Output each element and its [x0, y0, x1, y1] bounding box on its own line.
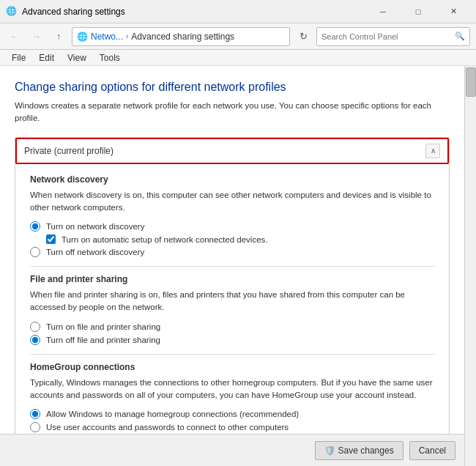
- nd-off-option[interactable]: Turn off network discovery: [30, 247, 434, 257]
- nd-off-label: Turn off network discovery: [46, 248, 144, 256]
- hg-allow-option[interactable]: Allow Windows to manage homegroup connec…: [30, 409, 434, 419]
- minimize-button[interactable]: ─: [366, 0, 400, 23]
- network-discovery-heading: Network discovery: [30, 174, 434, 185]
- search-input[interactable]: [321, 32, 452, 41]
- file-sharing-heading: File and printer sharing: [30, 274, 434, 284]
- close-button[interactable]: ✕: [436, 0, 470, 23]
- fs-off-label: Turn off file and printer sharing: [46, 336, 160, 344]
- private-profile-section: Private (current profile) ∧ Network disc…: [15, 137, 450, 450]
- fs-off-option[interactable]: Turn off file and printer sharing: [30, 335, 434, 345]
- section-content: Network discovery When network discovery…: [15, 164, 449, 449]
- breadcrumb: 🌐 Netwo... › Advanced sharing settings: [72, 27, 290, 46]
- shield-icon: 🛡️: [324, 445, 335, 456]
- divider-1: [30, 266, 434, 267]
- nd-off-radio[interactable]: [30, 247, 40, 257]
- homegroup-desc: Typically, Windows manages the connectio…: [30, 377, 434, 402]
- network-discovery-section: Network discovery When network discovery…: [30, 174, 434, 258]
- main-layout: Change sharing options for different net…: [0, 66, 476, 466]
- homegroup-options: Allow Windows to manage homegroup connec…: [30, 409, 434, 432]
- cancel-button[interactable]: Cancel: [409, 441, 455, 460]
- address-bar: ← → ↑ 🌐 Netwo... › Advanced sharing sett…: [0, 23, 476, 50]
- back-button[interactable]: ←: [6, 28, 23, 45]
- menu-edit[interactable]: Edit: [33, 51, 60, 64]
- page-title: Change sharing options for different net…: [15, 81, 450, 94]
- homegroup-heading: HomeGroup connections: [30, 362, 434, 372]
- forward-button[interactable]: →: [28, 28, 45, 45]
- menu-file[interactable]: File: [6, 51, 31, 64]
- breadcrumb-current: Advanced sharing settings: [131, 32, 234, 42]
- profile-header: Private (current profile) ∧: [15, 138, 449, 164]
- fs-on-option[interactable]: Turn on file and printer sharing: [30, 322, 434, 332]
- nd-on-option[interactable]: Turn on network discovery: [30, 221, 434, 232]
- nd-auto-option[interactable]: Turn on automatic setup of network conne…: [46, 234, 434, 244]
- hg-manual-label: Use user accounts and passwords to conne…: [46, 423, 289, 432]
- profile-title: Private (current profile): [24, 146, 114, 156]
- file-sharing-desc: When file and printer sharing is on, fil…: [30, 289, 434, 314]
- up-button[interactable]: ↑: [50, 28, 67, 45]
- homegroup-section: HomeGroup connections Typically, Windows…: [30, 362, 434, 433]
- window-icon: 🌐: [6, 6, 18, 18]
- fs-on-label: Turn on file and printer sharing: [46, 322, 160, 331]
- menu-tools[interactable]: Tools: [94, 51, 126, 64]
- refresh-button[interactable]: ↻: [294, 28, 312, 45]
- page-subtitle: Windows creates a separate network profi…: [15, 100, 450, 125]
- nd-on-radio[interactable]: [30, 221, 40, 232]
- window-controls: ─ □ ✕: [366, 0, 470, 23]
- network-discovery-options: Turn on network discovery Turn on automa…: [30, 221, 434, 257]
- network-icon: 🌐: [77, 32, 88, 42]
- hg-manual-radio[interactable]: [30, 422, 40, 432]
- scrollbar-track[interactable]: [464, 66, 476, 466]
- window-title: Advanced sharing settings: [22, 7, 366, 17]
- hg-allow-radio[interactable]: [30, 409, 40, 419]
- collapse-button[interactable]: ∧: [425, 144, 440, 158]
- menu-view[interactable]: View: [62, 51, 92, 64]
- search-icon: 🔍: [455, 32, 465, 41]
- maximize-button[interactable]: □: [401, 0, 435, 23]
- bottom-bar: 🛡️ Save changes Cancel: [0, 434, 464, 466]
- scrollbar-thumb[interactable]: [466, 67, 476, 97]
- nd-on-label: Turn on network discovery: [46, 222, 144, 231]
- menu-bar: File Edit View Tools: [0, 50, 476, 66]
- breadcrumb-network[interactable]: Netwo...: [91, 32, 123, 42]
- nd-auto-label: Turn on automatic setup of network conne…: [62, 235, 267, 244]
- file-sharing-options: Turn on file and printer sharing Turn of…: [30, 322, 434, 345]
- breadcrumb-separator: ›: [126, 32, 128, 40]
- hg-manual-option[interactable]: Use user accounts and passwords to conne…: [30, 422, 434, 432]
- hg-allow-label: Allow Windows to manage homegroup connec…: [46, 410, 299, 418]
- fs-on-radio[interactable]: [30, 322, 40, 332]
- divider-2: [30, 354, 434, 355]
- title-bar: 🌐 Advanced sharing settings ─ □ ✕: [0, 0, 476, 23]
- network-discovery-desc: When network discovery is on, this compu…: [30, 189, 434, 215]
- fs-off-radio[interactable]: [30, 335, 40, 345]
- nd-auto-checkbox[interactable]: [46, 234, 56, 244]
- search-box[interactable]: 🔍: [316, 27, 470, 46]
- content-area: Change sharing options for different net…: [0, 66, 464, 466]
- file-sharing-section: File and printer sharing When file and p…: [30, 274, 434, 345]
- save-changes-button[interactable]: 🛡️ Save changes: [315, 441, 404, 460]
- save-label: Save changes: [338, 445, 394, 456]
